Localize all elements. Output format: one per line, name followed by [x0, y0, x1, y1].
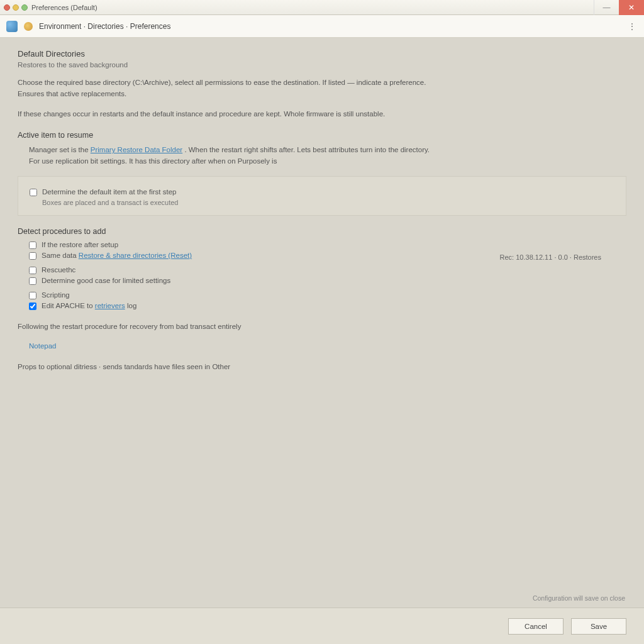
window-controls	[4, 4, 28, 11]
close-dot-icon[interactable]	[4, 4, 10, 11]
section-active-body: Manager set is the Primary Restore Data …	[18, 145, 626, 167]
section1-text-b: . When the restart right shifts after. L…	[184, 146, 430, 153]
opt-rescuethc-checkbox[interactable]	[29, 267, 36, 274]
retrievers-link[interactable]: retrievers	[95, 302, 125, 309]
primary-restore-link[interactable]: Primary Restore Data Folder	[91, 146, 182, 153]
box-check-label: Determine the default item at the first …	[42, 188, 177, 196]
intro-paragraph-1: Choose the required base directory (C:\A…	[18, 77, 626, 100]
footer-bar: Configuration will save on close Cancel …	[0, 608, 644, 644]
intro-text-1b: Ensures that active replacements.	[18, 90, 126, 97]
toolbar: Environment · Directories · Preferences …	[0, 15, 644, 38]
highlight-box: Determine the default item at the first …	[18, 176, 626, 216]
box-check-sublabel: Boxes are placed and a transact is execu…	[42, 199, 614, 206]
maximize-dot-icon[interactable]	[21, 4, 28, 11]
window-title: Preferences (Default)	[31, 4, 97, 11]
sub-icon	[24, 22, 33, 31]
restart-proc-line: Following the restart procedure for reco…	[18, 321, 626, 333]
footnote: Props to optional ditriess · sends tanda…	[18, 362, 626, 373]
close-icon[interactable]: ✕	[619, 0, 644, 15]
content-area: Default Directories Restores to the save…	[0, 38, 644, 608]
titlebar: Preferences (Default) — ✕	[0, 0, 644, 15]
section1-text-a: Manager set is the	[29, 146, 91, 153]
rec-note: Rec: 10.38.12.11 · 0.0 · Restores	[500, 253, 601, 261]
minimize-icon[interactable]: —	[594, 0, 619, 15]
opt3-label: Rescuethc	[42, 266, 75, 274]
notepad-link[interactable]: Notepad	[29, 342, 56, 350]
minimize-dot-icon[interactable]	[13, 4, 19, 11]
restore-share-link[interactable]: Restore & share directories (Reset)	[79, 252, 192, 259]
opt-restore-after-setup-checkbox[interactable]	[29, 242, 36, 249]
opt1-label: If the restore after setup	[42, 241, 118, 248]
breadcrumb: Environment · Directories · Preferences	[39, 22, 170, 31]
window-root: Preferences (Default) — ✕ Environment · …	[0, 0, 644, 644]
footer-hint: Configuration will save on close	[533, 594, 625, 602]
intro-text-1a: Choose the required base directory (C:\A…	[18, 79, 426, 86]
save-button[interactable]: Save	[571, 618, 626, 635]
opt5-label: Scripting	[42, 291, 70, 299]
page-subtitle: Restores to the saved background	[18, 61, 626, 69]
section1-text-c: For use replication bit settings. It has…	[29, 157, 277, 165]
opt-edit-apache-checkbox[interactable]	[29, 303, 36, 310]
section-detect-body: If the restore after setup Same data Res…	[18, 241, 626, 310]
opt4-label: Determine good case for limited settings	[42, 277, 170, 284]
box-check-row: Determine the default item at the first …	[30, 188, 614, 196]
page-title: Default Directories	[18, 49, 626, 58]
cancel-button[interactable]: Cancel	[508, 618, 564, 635]
opt-scripting-checkbox[interactable]	[29, 292, 36, 299]
section-active-title: Active item to resume	[18, 131, 626, 140]
opt-limited-settings-checkbox[interactable]	[29, 277, 36, 285]
section-detect-title: Detect procedures to add	[18, 227, 626, 236]
opt6-label: Edit APACHE to retrievers log	[42, 302, 136, 309]
kebab-menu-icon[interactable]: ⋮	[628, 21, 636, 31]
determine-default-checkbox[interactable]	[30, 189, 37, 196]
intro-paragraph-2: If these changes occur in restarts and t…	[18, 109, 626, 120]
opt-same-data-checkbox[interactable]	[29, 252, 36, 260]
app-icon	[6, 21, 18, 32]
opt2-label: Same data Restore & share directories (R…	[42, 252, 192, 259]
